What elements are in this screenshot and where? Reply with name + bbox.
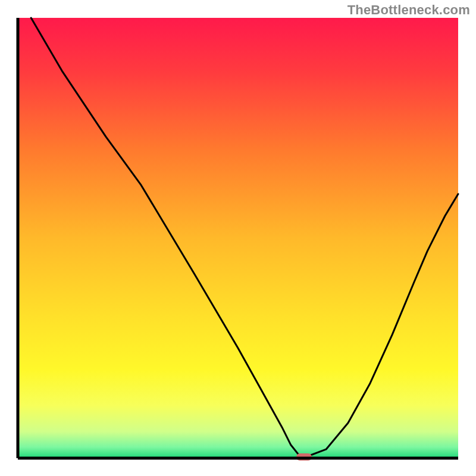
chart-canvas — [0, 0, 476, 476]
plot-background — [18, 18, 458, 458]
bottleneck-chart: TheBottleneck.com — [0, 0, 476, 476]
watermark-text: TheBottleneck.com — [347, 2, 470, 18]
